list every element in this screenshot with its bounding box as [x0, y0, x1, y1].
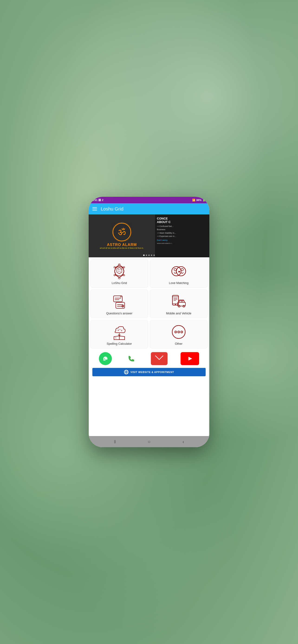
svg-point-45	[175, 331, 177, 333]
banner: ॐ ASTRO ALARM कर्म करने की पेरणा एवं उचि…	[89, 214, 209, 257]
banner-tagline: कर्म करने की पेरणा एवं उचित कर्मों का उच…	[100, 247, 144, 249]
svg-point-12	[123, 274, 125, 276]
svg-point-11	[114, 274, 115, 276]
website-button[interactable]: VISIT WEBSITE & APPOINTMENT	[92, 368, 206, 376]
phone-frame: 6:51 🖼 Z 📶 88% 🔋 Loshu Grid ॐ ASTRO ALAR…	[89, 197, 209, 447]
love-matching-label: Love Matching	[169, 281, 189, 285]
dot-1	[143, 254, 145, 256]
battery-icon: 🔋	[202, 199, 206, 202]
svg-text:5: 5	[121, 268, 122, 270]
svg-text:3: 3	[120, 268, 120, 270]
svg-point-44	[172, 326, 185, 338]
banner-cta: Don't worry,	[157, 239, 207, 241]
dot-5	[153, 254, 155, 256]
loshu-grid-icon: 9 3 5 7 1	[111, 263, 127, 279]
nav-bar: ⦀ ○ ‹	[89, 436, 209, 447]
menu-grid: 9 3 5 7 1 LoShu Grid	[89, 257, 209, 350]
banner-right-items: -> Confused bet... Business -> Want Stab…	[157, 225, 207, 238]
website-label: VISIT WEBSITE & APPOINTMENT	[130, 371, 174, 374]
dot-3	[148, 254, 150, 256]
svg-text:1: 1	[120, 270, 120, 272]
banner-brand: ASTRO ALARM	[107, 243, 137, 247]
svg-point-46	[178, 331, 180, 333]
svg-marker-0	[115, 265, 124, 278]
grid-item-love-matching[interactable]: Love Matching	[150, 259, 207, 288]
svg-point-10	[123, 266, 125, 268]
svg-text:9: 9	[118, 268, 119, 270]
svg-text:5: 5	[115, 337, 116, 339]
dot-4	[151, 254, 152, 256]
nav-recents[interactable]: ⦀	[114, 439, 116, 444]
whatsapp-button[interactable]	[99, 352, 112, 365]
svg-text:y: y	[121, 329, 122, 331]
banner-right-title: CONCEABOUT C	[157, 217, 207, 224]
mobile-vehicle-label: Mobile and Vehicle	[166, 312, 191, 315]
toolbar: Loshu Grid	[89, 203, 209, 214]
svg-rect-36	[180, 300, 182, 302]
questions-label: Questions's answer	[106, 312, 132, 315]
svg-point-29	[175, 304, 176, 305]
banner-dots	[143, 254, 155, 256]
svg-point-1	[115, 266, 124, 276]
grid-item-mobile-vehicle[interactable]: Mobile and Vehicle	[150, 290, 207, 318]
status-left: 6:51 🖼 Z	[92, 199, 104, 202]
status-bar: 6:51 🖼 Z 📶 88% 🔋	[89, 197, 209, 203]
grid-item-loshu[interactable]: 9 3 5 7 1 LoShu Grid	[91, 259, 148, 288]
other-label: Other	[175, 342, 183, 346]
status-right: 📶 88% 🔋	[192, 199, 206, 202]
banner-left: ॐ ASTRO ALARM कर्म करने की पेरणा एवं उचि…	[89, 214, 155, 257]
questions-icon: ?	[111, 294, 127, 310]
svg-point-16	[174, 268, 176, 271]
banner-website: www.astroalarm.c...	[157, 242, 207, 244]
battery-level: 88%	[196, 199, 201, 202]
status-z-icon: Z	[102, 199, 104, 202]
svg-text:9: 9	[118, 329, 119, 331]
youtube-button[interactable]	[181, 352, 199, 365]
phone-button[interactable]	[125, 352, 138, 365]
nav-home[interactable]: ○	[148, 439, 151, 444]
love-matching-icon	[171, 263, 187, 279]
om-symbol: ॐ	[113, 223, 131, 241]
spelling-label: Spelling Calculator	[107, 342, 132, 346]
nav-back[interactable]: ‹	[182, 439, 184, 444]
social-buttons	[89, 350, 209, 367]
svg-text:7: 7	[118, 270, 119, 272]
svg-point-9	[114, 266, 115, 268]
spelling-icon: 9 c y 5	[111, 324, 127, 340]
banner-right: CONCEABOUT C -> Confused bet... Business…	[155, 214, 209, 257]
status-time: 6:51	[92, 199, 98, 202]
menu-button[interactable]	[92, 207, 97, 210]
toolbar-title: Loshu Grid	[101, 206, 123, 212]
mobile-vehicle-icon	[171, 294, 187, 310]
grid-item-questions[interactable]: ? Questions's answer	[91, 290, 148, 318]
svg-text:c: c	[120, 329, 120, 330]
svg-text:?: ?	[120, 296, 122, 299]
svg-point-47	[181, 331, 183, 333]
other-icon	[171, 324, 187, 340]
status-notification-icon: 🖼	[98, 199, 101, 202]
loshu-grid-label: LoShu Grid	[112, 281, 127, 285]
grid-item-spelling[interactable]: 9 c y 5 Spelling Calculator	[91, 320, 148, 348]
signal-icon: 📶	[192, 199, 195, 202]
grid-item-other[interactable]: Other	[150, 320, 207, 348]
svg-point-17	[181, 268, 183, 271]
email-button[interactable]	[151, 352, 168, 365]
dot-2	[146, 254, 147, 256]
